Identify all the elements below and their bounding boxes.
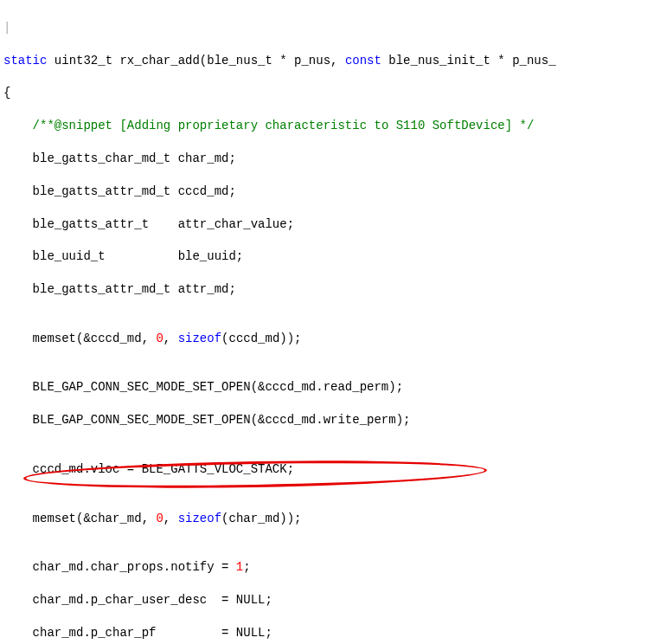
code-text: memset(&char_md,: [3, 512, 156, 525]
code-line: BLE_GAP_CONN_SEC_MODE_SET_OPEN(&cccd_md.…: [3, 412, 660, 428]
code-line: memset(&cccd_md, 0, sizeof(cccd_md));: [3, 331, 660, 347]
number-literal: 0: [156, 512, 163, 525]
code-text: ble_nus_init_t * p_nus_: [381, 54, 556, 68]
keyword-static: static: [3, 54, 47, 68]
code-line: ble_gatts_char_md_t char_md;: [3, 151, 660, 167]
number-literal: 0: [156, 332, 163, 345]
indent: [3, 119, 33, 132]
code-line: char_md.p_char_user_desc = NULL;: [3, 592, 660, 609]
keyword-sizeof: sizeof: [178, 512, 221, 525]
code-block: | static uint32_t rx_char_add(ble_nus_t …: [0, 0, 660, 644]
code-line: /**@snippet [Adding proprietary characte…: [3, 118, 660, 134]
code-text: memset(&cccd_md,: [3, 332, 156, 345]
code-text: uint32_t rx_char_add(ble_nus_t * p_nus,: [47, 54, 344, 68]
keyword-sizeof: sizeof: [178, 332, 221, 345]
code-line: cccd_md.vloc = BLE_GATTS_VLOC_STACK;: [3, 461, 660, 478]
doc-comment: /**@snippet [Adding proprietary characte…: [33, 119, 535, 132]
code-text: ;: [243, 560, 250, 574]
code-text: ,: [163, 332, 178, 345]
code-line: ble_gatts_attr_md_t attr_md;: [3, 281, 660, 298]
code-text: ,: [163, 512, 178, 525]
code-line: char_md.char_props.notify = 1;: [3, 559, 660, 576]
code-line: |: [3, 20, 660, 36]
code-line: BLE_GAP_CONN_SEC_MODE_SET_OPEN(&cccd_md.…: [3, 379, 660, 396]
cursor-mark: |: [3, 21, 10, 35]
code-line: {: [3, 85, 660, 101]
code-line: static uint32_t rx_char_add(ble_nus_t * …: [3, 53, 660, 69]
code-line: ble_gatts_attr_t attr_char_value;: [3, 216, 660, 233]
code-line: memset(&char_md, 0, sizeof(char_md));: [3, 511, 660, 527]
number-literal: 1: [236, 560, 243, 574]
code-line: char_md.p_char_pf = NULL;: [3, 625, 660, 641]
keyword-const: const: [345, 54, 381, 68]
code-text: char_md.char_props.notify =: [3, 560, 236, 574]
code-text: (char_md));: [221, 512, 301, 525]
code-text: (cccd_md));: [221, 332, 301, 345]
code-line: ble_gatts_attr_md_t cccd_md;: [3, 184, 660, 200]
code-line: ble_uuid_t ble_uuid;: [3, 248, 660, 265]
